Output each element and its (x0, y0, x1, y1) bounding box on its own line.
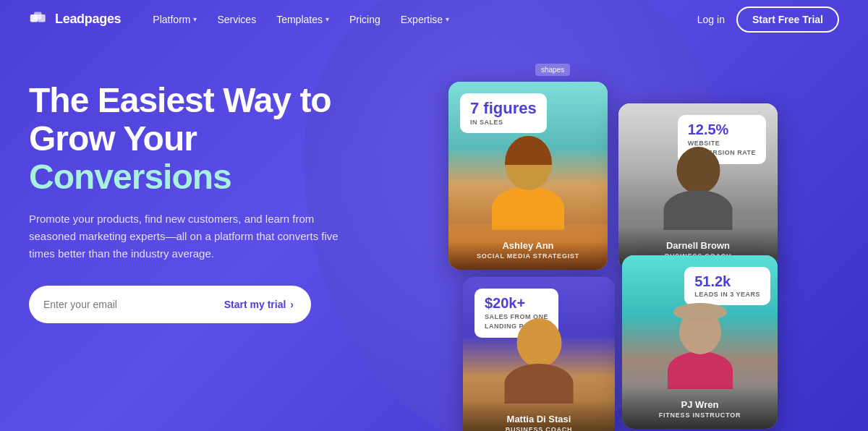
ashley-silhouette (492, 136, 564, 230)
nav-templates[interactable]: Templates ▾ (268, 9, 338, 30)
hero-subtext: Promote your products, find new customer… (29, 210, 347, 263)
pj-name: PJ Wren (631, 399, 769, 410)
platform-chevron-icon: ▾ (193, 15, 197, 23)
navbar: Leadpages Platform ▾ Services Templates … (0, 0, 868, 38)
pj-stat-label: LEADS IN 3 YEARS (694, 291, 760, 298)
nav-services[interactable]: Services (208, 9, 265, 30)
arrow-icon: › (290, 299, 294, 310)
nav-platform[interactable]: Platform ▾ (144, 9, 205, 30)
hero-headline: The Easiest Way to Grow Your Conversions (29, 82, 405, 196)
hero-left: The Easiest Way to Grow Your Conversions… (29, 67, 405, 323)
pj-silhouette (668, 309, 733, 389)
login-link[interactable]: Log in (697, 14, 725, 25)
nav-right: Log in Start Free Trial (697, 7, 839, 33)
ashley-stat-value: 7 figures (470, 101, 537, 116)
darnell-stat-value: 12.5% (688, 122, 756, 137)
templates-chevron-icon: ▾ (326, 15, 329, 23)
mattia-stat-value: $20k+ (485, 296, 548, 310)
ashley-name: Ashley Ann (457, 240, 599, 251)
nav-expertise[interactable]: Expertise ▾ (392, 9, 458, 30)
expertise-chevron-icon: ▾ (446, 15, 449, 23)
nav-links: Platform ▾ Services Templates ▾ Pricing … (144, 9, 697, 30)
ashley-role: SOCIAL MEDIA STRATEGIST (457, 252, 599, 260)
mattia-overlay: Mattia Di Stasi BUSINESS COACH (463, 399, 615, 431)
email-input[interactable] (43, 299, 210, 310)
pj-stat-value: 51.2k (694, 274, 760, 289)
mattia-name: Mattia Di Stasi (472, 414, 606, 424)
shapes-badge: shapes (535, 64, 570, 76)
mattia-silhouette (505, 318, 574, 404)
darnell-silhouette (664, 147, 733, 230)
darnell-name: Darnell Brown (627, 240, 769, 251)
start-trial-button[interactable]: Start my trial › (210, 291, 308, 317)
mattia-role: BUSINESS COACH (472, 426, 606, 431)
hero-right: shapes 7 figures IN SALES Ashley Ann (434, 60, 839, 422)
email-form: Start my trial › (29, 286, 311, 323)
card-mattia: $20k+ SALES FROM ONELANDING PAGE Mattia … (463, 277, 615, 431)
pj-role: FITNESS INSTRUCTOR (631, 411, 769, 419)
hero-section: The Easiest Way to Grow Your Conversions… (0, 38, 868, 431)
card-ashley: 7 figures IN SALES Ashley Ann SOCIAL MED… (448, 82, 608, 270)
logo-icon (29, 9, 49, 30)
svg-rect-2 (38, 14, 46, 22)
ashley-stat-label: IN SALES (470, 119, 537, 126)
card-pj: 51.2k LEADS IN 3 YEARS PJ Wren FITNESS I… (622, 255, 778, 429)
ashley-stat: 7 figures IN SALES (460, 93, 547, 133)
ashley-overlay: Ashley Ann SOCIAL MEDIA STRATEGIST (448, 226, 608, 270)
pj-stat: 51.2k LEADS IN 3 YEARS (684, 267, 770, 305)
nav-pricing[interactable]: Pricing (341, 9, 389, 30)
card-darnell: 12.5% WEBSITECONVERSION RATE Darnell Bro… (618, 103, 778, 270)
logo[interactable]: Leadpages (29, 9, 121, 30)
pj-overlay: PJ Wren FITNESS INSTRUCTOR (622, 385, 778, 429)
start-free-trial-button[interactable]: Start Free Trial (736, 7, 839, 33)
logo-text: Leadpages (55, 12, 121, 27)
